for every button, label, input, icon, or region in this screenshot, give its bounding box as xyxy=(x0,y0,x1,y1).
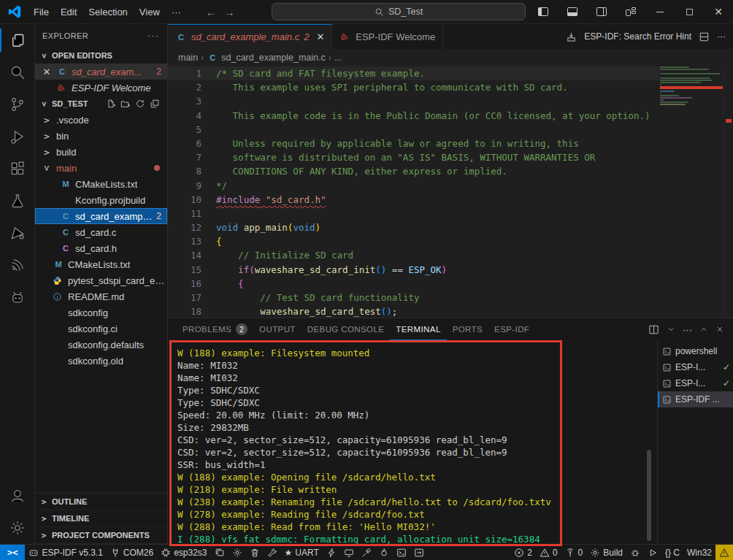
panel-tab-output[interactable]: OUTPUT xyxy=(253,318,302,340)
status-flame[interactable] xyxy=(375,545,393,560)
chevron-down-icon[interactable] xyxy=(667,325,675,334)
section-timeline[interactable]: >TIMELINE xyxy=(35,510,167,527)
activity-accounts-icon[interactable] xyxy=(0,480,35,512)
layout-sidebar-right-icon[interactable] xyxy=(587,0,616,23)
status-arrow-box[interactable] xyxy=(410,545,428,560)
activity-espressif-icon[interactable] xyxy=(0,249,35,281)
activity-explorer-icon[interactable] xyxy=(0,24,35,56)
activity-settings-icon[interactable] xyxy=(0,512,35,544)
new-folder-icon[interactable] xyxy=(120,99,131,109)
breadcrumb-item[interactable]: ... xyxy=(334,53,342,63)
tree-item--vscode[interactable]: >.vscode xyxy=(35,112,167,128)
activity-bot-icon[interactable] xyxy=(0,281,35,313)
terminal-scrollbar[interactable] xyxy=(647,450,651,541)
tree-item-kconfig-projbuild[interactable]: Kconfig.projbuild xyxy=(35,192,167,208)
status-trash[interactable] xyxy=(246,545,264,560)
tree-item-sd-card-example-[interactable]: Csd_card_example...2 xyxy=(35,208,167,224)
tab-esp-idf-welcome[interactable]: ESP-IDF Welcome xyxy=(332,24,443,49)
tree-item-main[interactable]: >main xyxy=(35,160,167,176)
code-editor[interactable]: 1/* SD card and FAT filesystem example.2… xyxy=(168,66,733,318)
terminal-session[interactable]: ESP-I...✓ xyxy=(658,359,733,375)
activity-search-icon[interactable] xyxy=(0,56,35,88)
tree-item-cmakelists-txt[interactable]: MCMakeLists.txt xyxy=(35,256,167,272)
status-monitor[interactable] xyxy=(340,545,358,560)
explorer-more-icon[interactable]: ··· xyxy=(147,31,160,40)
close-icon[interactable]: ✕ xyxy=(316,31,324,42)
open-editor-item[interactable]: ESP-IDF Welcome xyxy=(35,80,167,96)
status-warning[interactable] xyxy=(715,545,733,560)
tree-item-cmakelists-txt[interactable]: MCMakeLists.txt xyxy=(35,176,167,192)
open-editors-header[interactable]: > OPEN EDITORS xyxy=(35,47,167,64)
status-error-circle[interactable]: 2 xyxy=(510,545,536,560)
terminal-session[interactable]: ESP-IDF ... xyxy=(658,391,733,407)
search-error-hint-button[interactable]: ESP-IDF: Search Error Hint xyxy=(584,31,691,42)
status-gear[interactable]: Build xyxy=(586,545,626,560)
panel-more-icon[interactable]: ··· xyxy=(683,324,692,335)
tree-item-sdkconfig-ci[interactable]: sdkconfig.ci xyxy=(35,321,167,337)
terminal-session[interactable]: powershell xyxy=(658,343,733,359)
status-star[interactable]: ★UART xyxy=(281,545,323,560)
install-icon[interactable] xyxy=(566,31,577,42)
split-terminal-icon[interactable] xyxy=(648,324,659,335)
panel-tab-terminal[interactable]: TERMINAL xyxy=(390,318,446,340)
tree-item-build[interactable]: >build xyxy=(35,144,167,160)
menu-selection[interactable]: Selection xyxy=(82,4,133,20)
close-icon[interactable]: ✕ xyxy=(41,66,53,77)
breadcrumb-item[interactable]: main xyxy=(178,53,198,63)
status-terminal[interactable] xyxy=(393,545,410,560)
project-header[interactable]: > SD_TEST xyxy=(35,96,167,112)
menu-more[interactable]: ··· xyxy=(166,4,187,20)
tree-item-pytest-sdspi-card-exam-[interactable]: pytest_sdspi_card_exam... xyxy=(35,272,167,288)
menu-file[interactable]: File xyxy=(28,4,55,20)
status-wrench[interactable] xyxy=(264,545,281,560)
status--c[interactable]: {} C xyxy=(661,545,683,560)
tree-item-sd-card-h[interactable]: Csd_card.h xyxy=(35,240,167,256)
minimap[interactable] xyxy=(660,66,723,318)
split-editor-icon[interactable] xyxy=(699,31,710,42)
status-flash[interactable] xyxy=(323,545,340,560)
tree-item-bin[interactable]: >bin xyxy=(35,128,167,144)
section-outline[interactable]: >OUTLINE xyxy=(35,494,167,510)
terminal-session[interactable]: ESP-I...✓ xyxy=(658,375,733,391)
panel-tab-debug-console[interactable]: DEBUG CONSOLE xyxy=(302,318,391,340)
refresh-icon[interactable] xyxy=(135,99,145,109)
breadcrumb-item[interactable]: sd_card_example_main.c xyxy=(221,53,325,63)
nav-back-icon[interactable]: ← xyxy=(206,6,217,18)
status-gear[interactable] xyxy=(229,545,246,560)
tree-item-sdkconfig-defaults[interactable]: sdkconfig.defaults xyxy=(35,337,167,353)
close-button[interactable]: ✕ xyxy=(704,0,733,23)
status-tool[interactable] xyxy=(358,545,375,560)
status-play[interactable] xyxy=(644,545,661,560)
section-project-components[interactable]: >PROJECT COMPONENTS xyxy=(35,527,167,544)
command-center[interactable]: SD_Test xyxy=(272,3,526,20)
status-chip[interactable]: esp32s3 xyxy=(157,545,210,560)
activity-source-control-icon[interactable] xyxy=(0,88,35,120)
menu-view[interactable]: View xyxy=(134,4,166,20)
panel-tab-problems[interactable]: PROBLEMS2 xyxy=(177,318,253,340)
layout-customize-icon[interactable] xyxy=(616,0,645,23)
collapse-all-icon[interactable] xyxy=(150,99,160,109)
status-idf[interactable]: ESP-IDF v5.3.1 xyxy=(25,545,106,560)
editor-more-icon[interactable]: ··· xyxy=(717,31,726,42)
status-plug[interactable]: COM26 xyxy=(107,545,157,560)
terminal-output[interactable]: W (188) example: Filesystem mountedName:… xyxy=(168,340,657,544)
activity-testing-icon[interactable] xyxy=(0,185,35,217)
close-panel-icon[interactable] xyxy=(715,325,724,334)
open-editor-item[interactable]: ✕Csd_card_exam...2 xyxy=(35,64,167,80)
tree-item-sd-card-c[interactable]: Csd_card.c xyxy=(35,224,167,240)
status-folder-copy[interactable] xyxy=(211,545,229,560)
maximize-button[interactable] xyxy=(675,0,704,23)
tree-item-readme-md[interactable]: README.md xyxy=(35,288,167,304)
tree-item-sdkconfig-old[interactable]: sdkconfig.old xyxy=(35,353,167,369)
tab-sd-card-example-main-c[interactable]: Csd_card_example_main.c2✕ xyxy=(168,24,332,49)
status-bug[interactable] xyxy=(626,545,644,560)
activity-esp-idf-icon[interactable] xyxy=(0,217,35,249)
maximize-panel-icon[interactable] xyxy=(699,325,708,334)
status-warning[interactable]: 0 xyxy=(536,545,561,560)
nav-forward-icon[interactable]: → xyxy=(224,6,235,18)
layout-panel-icon[interactable] xyxy=(558,0,587,23)
status-remote[interactable]: >< xyxy=(0,545,25,560)
activity-run-debug-icon[interactable] xyxy=(0,120,35,153)
layout-sidebar-left-icon[interactable] xyxy=(529,0,558,23)
activity-extensions-icon[interactable] xyxy=(0,153,35,185)
